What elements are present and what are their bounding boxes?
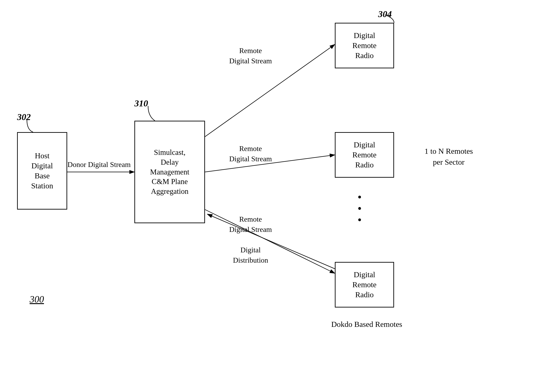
remote2-box: Digital Remote Radio [335,132,394,178]
host-dbs-label: Host Digital Base Station [31,151,53,191]
simulcast-box: Simulcast, Delay Management C&M Plane Ag… [134,121,205,223]
ref-310: 310 [134,98,148,109]
donor-stream-label: Donor Digital Stream [67,159,131,170]
ref-302: 302 [17,112,31,122]
ref-304: 304 [378,9,392,19]
digital-distribution-label: DigitalDistribution [219,245,282,265]
remote3-box: Digital Remote Radio [335,262,394,308]
diagram: Host Digital Base Station Simulcast, Del… [0,0,533,392]
n-remotes-label: 1 to N Remotesper Sector [405,146,492,168]
host-dbs-box: Host Digital Base Station [17,132,67,210]
remote1-label: Digital Remote Radio [352,31,377,61]
fig-number: 300 [30,294,44,305]
remote-stream-1-label: RemoteDigital Stream [219,46,282,66]
simulcast-label: Simulcast, Delay Management C&M Plane Ag… [150,148,189,196]
dots-between-remotes: ••• [358,191,362,225]
remote-stream-3-label: RemoteDigital Stream [219,214,282,235]
dokdo-label: Dokdo Based Remotes [317,319,417,330]
remote2-label: Digital Remote Radio [352,140,377,170]
remote1-box: Digital Remote Radio [335,23,394,68]
remote3-label: Digital Remote Radio [352,270,377,300]
remote-stream-2-label: RemoteDigital Stream [219,144,282,164]
